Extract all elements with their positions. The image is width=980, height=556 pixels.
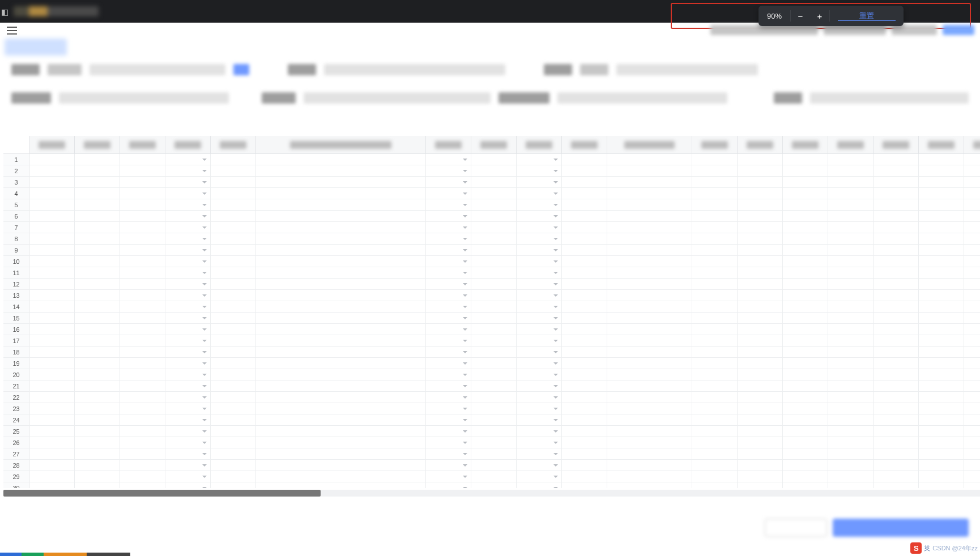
cell[interactable] [874, 245, 919, 255]
cell[interactable] [75, 403, 120, 414]
cell-dropdown[interactable] [165, 347, 211, 357]
cell[interactable] [471, 460, 517, 471]
cell[interactable] [692, 460, 738, 471]
cell[interactable] [783, 460, 828, 471]
cell[interactable] [211, 426, 256, 437]
cell[interactable] [919, 245, 964, 255]
cell[interactable] [692, 154, 738, 165]
cell[interactable] [919, 347, 964, 357]
cell[interactable] [29, 335, 75, 346]
cell[interactable] [738, 290, 783, 301]
column-header-redacted[interactable] [738, 136, 783, 153]
cell[interactable] [607, 256, 692, 267]
cell[interactable] [783, 358, 828, 369]
cell[interactable] [120, 154, 165, 165]
cell[interactable] [783, 290, 828, 301]
cell[interactable] [738, 177, 783, 187]
cell[interactable] [471, 267, 517, 278]
cell[interactable] [607, 313, 692, 323]
cell-dropdown[interactable] [517, 358, 562, 369]
cell[interactable] [783, 482, 828, 488]
cell[interactable] [692, 245, 738, 255]
cell[interactable] [692, 211, 738, 221]
cell[interactable] [29, 256, 75, 267]
cell[interactable] [471, 380, 517, 391]
cell[interactable] [828, 347, 874, 357]
cell-dropdown[interactable] [517, 165, 562, 176]
cell[interactable] [692, 165, 738, 176]
cell[interactable] [29, 414, 75, 425]
cell[interactable] [919, 414, 964, 425]
table-row[interactable]: 13 [3, 290, 980, 301]
cell[interactable] [607, 290, 692, 301]
input-redacted[interactable] [59, 92, 229, 104]
cell[interactable] [964, 392, 980, 403]
cell[interactable] [211, 177, 256, 187]
cell[interactable] [29, 222, 75, 233]
cell[interactable] [874, 414, 919, 425]
zoom-in-button[interactable]: + [810, 11, 829, 21]
cell[interactable] [256, 290, 426, 301]
cell-dropdown[interactable] [517, 256, 562, 267]
cell-dropdown[interactable] [165, 460, 211, 471]
ime-language-indicator[interactable]: 英 [924, 544, 930, 553]
cell[interactable] [964, 154, 980, 165]
cell-dropdown[interactable] [426, 392, 471, 403]
cell-dropdown[interactable] [517, 233, 562, 244]
cell[interactable] [783, 403, 828, 414]
cell[interactable] [211, 256, 256, 267]
cell[interactable] [471, 222, 517, 233]
cell[interactable] [828, 403, 874, 414]
cell[interactable] [211, 324, 256, 335]
cell[interactable] [256, 279, 426, 289]
cell[interactable] [607, 188, 692, 199]
cell[interactable] [75, 154, 120, 165]
cell[interactable] [256, 403, 426, 414]
cell[interactable] [828, 426, 874, 437]
cell[interactable] [874, 211, 919, 221]
cell[interactable] [964, 335, 980, 346]
cell[interactable] [256, 426, 426, 437]
cell[interactable] [75, 471, 120, 482]
cell[interactable] [29, 188, 75, 199]
cell[interactable] [256, 414, 426, 425]
cell[interactable] [471, 403, 517, 414]
cell-dropdown[interactable] [517, 267, 562, 278]
table-row[interactable]: 1 [3, 154, 980, 165]
cell-dropdown[interactable] [165, 324, 211, 335]
cell[interactable] [783, 380, 828, 391]
cell[interactable] [562, 267, 607, 278]
cell-dropdown[interactable] [517, 324, 562, 335]
cell[interactable] [738, 199, 783, 210]
cell[interactable] [692, 426, 738, 437]
cell[interactable] [211, 460, 256, 471]
cell[interactable] [828, 165, 874, 176]
cell[interactable] [828, 177, 874, 187]
input-redacted[interactable] [90, 64, 225, 75]
cell[interactable] [211, 222, 256, 233]
cell[interactable] [874, 267, 919, 278]
cell[interactable] [607, 358, 692, 369]
cell[interactable] [874, 177, 919, 187]
cell[interactable] [256, 347, 426, 357]
cell-dropdown[interactable] [165, 177, 211, 187]
cell[interactable] [738, 369, 783, 380]
cell[interactable] [874, 426, 919, 437]
cell[interactable] [29, 448, 75, 459]
cell[interactable] [874, 301, 919, 312]
cell[interactable] [964, 414, 980, 425]
cell-dropdown[interactable] [165, 222, 211, 233]
cell[interactable] [738, 313, 783, 323]
cell[interactable] [562, 335, 607, 346]
cell[interactable] [738, 347, 783, 357]
cell[interactable] [562, 188, 607, 199]
cell-dropdown[interactable] [426, 256, 471, 267]
cell[interactable] [75, 177, 120, 187]
cell-dropdown[interactable] [517, 335, 562, 346]
cell[interactable] [75, 279, 120, 289]
cell[interactable] [29, 324, 75, 335]
cell[interactable] [29, 279, 75, 289]
cell[interactable] [783, 392, 828, 403]
cell[interactable] [120, 335, 165, 346]
cell[interactable] [562, 369, 607, 380]
